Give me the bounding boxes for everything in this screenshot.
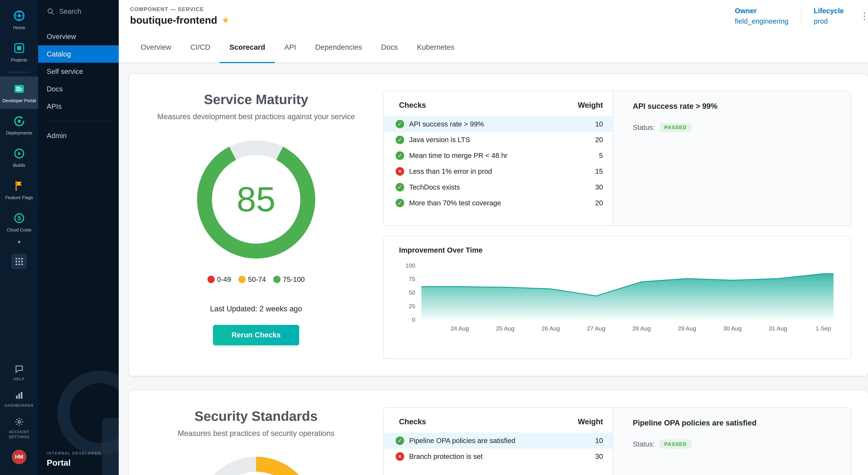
help-icon (14, 364, 24, 374)
app-root: HomeProjectsDeveloper PortalDeploymentsB… (0, 0, 868, 475)
nav-module-developer-portal[interactable]: Developer Portal (0, 77, 38, 109)
check-detail-panel: Pipeline OPA policies are satisfied Stat… (613, 408, 850, 475)
kebab-menu-icon[interactable]: ⋮ (856, 9, 868, 23)
module-grid-button[interactable] (11, 254, 27, 269)
improvement-chart-box: Improvement Over Time 025507510024 Aug25… (383, 236, 851, 359)
check-circle-icon: ✓ (396, 183, 404, 191)
nav-module-label: Cloud Costs (7, 227, 31, 233)
svg-text:$: $ (18, 215, 21, 221)
cloud-costs-icon: $ (13, 212, 25, 224)
projects-icon (13, 42, 25, 54)
sidebar-footer-eyebrow: INTERNAL DEVELOPER (47, 451, 110, 455)
check-circle-icon: ✓ (396, 151, 404, 160)
nav-module-builds[interactable]: Builds (0, 141, 38, 173)
sidebar-item-docs[interactable]: Docs (38, 80, 119, 98)
nav-module-feature-flags[interactable]: Feature Flags (0, 173, 38, 206)
meta-divider (801, 6, 801, 26)
nav-module-projects[interactable]: Projects (0, 36, 38, 68)
side-nav-list: OverviewCatalogSelf serviceDocsAPIsAdmin (38, 28, 119, 144)
tab-ci-cd[interactable]: CI/CD (181, 32, 220, 63)
owner-value[interactable]: field_engineering (735, 17, 788, 25)
sidebar-item-apis[interactable]: APIs (38, 98, 119, 115)
chart-title: Improvement Over Time (399, 246, 835, 254)
legend-item: 0-49 (208, 275, 231, 284)
check-row-mean-time-to-merge-pr-48-hr[interactable]: ✓Mean time to merge PR < 48 hr5 (384, 148, 613, 164)
developer-portal-icon (13, 83, 25, 95)
nav-module-label: Deployments (6, 130, 32, 136)
deployments-icon (13, 115, 25, 127)
lifecycle-label[interactable]: Lifecycle (814, 7, 844, 15)
check-circle-icon: ✓ (396, 120, 404, 128)
page-title: boutique-frontend (130, 14, 217, 26)
search-icon (47, 7, 55, 15)
header-meta: Owner field_engineering Lifecycle prod ⋮ (735, 6, 868, 26)
tab-scorecard[interactable]: Scorecard (220, 32, 275, 63)
x-circle-icon: × (396, 167, 404, 176)
check-row-branch-protection-is-set[interactable]: ×Branch protection is set30 (384, 449, 613, 465)
checks-header-row: Checks Weight (384, 91, 613, 116)
score-legend: 0-4950-7475-100 (208, 275, 305, 284)
sidebar-footer: INTERNAL DEVELOPER Portal (38, 451, 119, 475)
svg-text:28 Aug: 28 Aug (632, 325, 651, 332)
chevron-down-icon[interactable]: ▾ (18, 239, 21, 245)
tab-api[interactable]: API (275, 32, 306, 63)
checks-header-row: Checks Weight (384, 408, 613, 433)
rerun-checks-button[interactable]: Rerun Checks (213, 325, 299, 345)
tab-docs[interactable]: Docs (372, 32, 407, 63)
legend-dot-icon (238, 276, 246, 283)
page-header: COMPONENT — SERVICE boutique-frontend ★ … (119, 0, 868, 32)
scorecard-subtitle: Measures development best practices agai… (157, 112, 355, 121)
weight-header: Weight (578, 101, 603, 110)
nav-bottom-help[interactable]: HELP (0, 360, 38, 386)
status-label: Status: (633, 440, 655, 448)
tab-kubernetes[interactable]: Kubernetes (407, 32, 464, 63)
x-circle-icon: × (396, 452, 404, 461)
nav-module-deployments[interactable]: Deployments (0, 109, 38, 141)
check-row-java-version-is-lts[interactable]: ✓Java version is LTS20 (384, 132, 613, 148)
nav-module-home[interactable]: Home (0, 3, 38, 36)
nav-bottom-label: DASHBOARDS (5, 403, 34, 408)
tab-dependencies[interactable]: Dependencies (306, 32, 372, 63)
check-row-api-success-rate-99[interactable]: ✓API success rate > 99%10 (384, 116, 613, 132)
sidebar-item-admin[interactable]: Admin (38, 127, 119, 145)
dashboards-icon (14, 391, 24, 400)
check-row-pipeline-opa-policies-are-satisfied[interactable]: ✓Pipeline OPA policies are satisfied10 (384, 433, 613, 449)
lifecycle-value[interactable]: prod (814, 17, 844, 25)
checks-list: ✓Pipeline OPA policies are satisfied10×B… (384, 433, 613, 465)
score-gauge: 85 (197, 140, 315, 259)
nav-bottom-label: HELP (14, 377, 25, 382)
nav-divider (8, 72, 30, 72)
favorite-star-icon[interactable]: ★ (222, 15, 229, 25)
check-row-more-than-70-test-coverage[interactable]: ✓More than 70% test coverage20 (384, 195, 613, 211)
sidebar: Search OverviewCatalogSelf serviceDocsAP… (38, 0, 119, 475)
sidebar-search[interactable]: Search (38, 0, 119, 20)
scorecard-details: Checks Weight ✓API success rate > 99%10✓… (383, 74, 868, 376)
nav-module-label: Developer Portal (2, 98, 36, 104)
svg-text:27 Aug: 27 Aug (587, 325, 606, 332)
builds-icon (13, 147, 25, 160)
sidebar-item-overview[interactable]: Overview (38, 28, 119, 46)
check-label: TechDocs exists (409, 183, 460, 191)
status-badge: PASSED (660, 123, 691, 132)
sidebar-item-catalog[interactable]: Catalog (38, 46, 119, 63)
check-label: Pipeline OPA policies are satisfied (409, 437, 516, 445)
check-detail-status: Status: PASSED (633, 440, 837, 449)
breadcrumb: COMPONENT — SERVICE (130, 6, 229, 12)
check-row-less-than-1-error-in-prod[interactable]: ×Less than 1% error in prod15 (384, 164, 613, 179)
owner-label[interactable]: Owner (735, 7, 788, 15)
checks-list: ✓API success rate > 99%10✓Java version i… (384, 116, 613, 211)
nav-module-label: Feature Flags (5, 195, 33, 201)
user-avatar[interactable]: HM (12, 450, 26, 464)
scorecard-summary: Security Standards Measures best practic… (129, 390, 383, 475)
nav-bottom-label: ACCOUNT SETTINGS (4, 429, 34, 439)
harness-logo-icon (13, 9, 25, 22)
nav-bottom-dashboards[interactable]: DASHBOARDS (0, 386, 38, 413)
check-row-techdocs-exists[interactable]: ✓TechDocs exists30 (384, 179, 613, 195)
legend-dot-icon (208, 276, 215, 283)
check-label: More than 70% test coverage (409, 199, 501, 207)
svg-text:100: 100 (406, 262, 415, 269)
tab-overview[interactable]: Overview (131, 32, 181, 63)
nav-bottom-account-settings[interactable]: ACCOUNT SETTINGS (0, 413, 38, 444)
nav-module-cloud-costs[interactable]: $Cloud Costs (0, 206, 38, 238)
sidebar-item-self-service[interactable]: Self service (38, 63, 119, 80)
